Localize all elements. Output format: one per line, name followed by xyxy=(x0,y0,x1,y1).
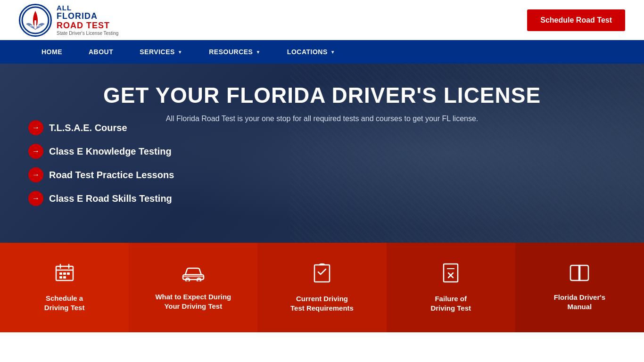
list-icon-3 xyxy=(28,167,43,182)
list-item: Class E Road Skills Testing xyxy=(28,191,174,206)
nav-item-locations[interactable]: LOCATIONS ▼ xyxy=(274,40,348,64)
hero-section: GET YOUR FLORIDA DRIVER'S LICENSE All Fl… xyxy=(0,64,644,243)
list-icon-2 xyxy=(28,144,43,159)
calendar-icon xyxy=(55,263,74,287)
svg-rect-9 xyxy=(67,272,70,275)
card-failure[interactable]: Failure ofDriving Test xyxy=(387,243,515,332)
schedule-road-test-button[interactable]: Schedule Road Test xyxy=(527,9,625,31)
services-dropdown-arrow: ▼ xyxy=(178,49,182,55)
list-item: Class E Knowledge Testing xyxy=(28,144,174,159)
logo-road-test: ROAD TEST xyxy=(57,21,118,31)
list-icon-4 xyxy=(28,191,43,206)
logo-text: ALL FLORIDA ROAD TEST State Driver's Lic… xyxy=(57,4,118,36)
checklist-icon xyxy=(313,263,331,288)
book-icon xyxy=(569,264,590,286)
svg-rect-8 xyxy=(63,272,66,275)
navbar: HOME ABOUT SERVICES ▼ RESOURCES ▼ LOCATI… xyxy=(0,40,644,64)
card-what-to-expect[interactable]: What to Expect DuringYour Driving Test xyxy=(129,243,257,332)
locations-dropdown-arrow: ▼ xyxy=(330,49,335,55)
logo-area: ALL FLORIDA ROAD TEST State Driver's Lic… xyxy=(19,4,118,37)
car-icon xyxy=(182,264,205,286)
logo-all: ALL xyxy=(57,4,118,12)
card-label-failure: Failure ofDriving Test xyxy=(430,294,471,313)
nav-item-home[interactable]: HOME xyxy=(28,40,75,64)
svg-rect-17 xyxy=(444,264,458,282)
svg-rect-10 xyxy=(59,276,62,279)
svg-rect-7 xyxy=(59,272,62,275)
card-label-manual: Florida Driver'sManual xyxy=(554,293,605,311)
hero-title: GET YOUR FLORIDA DRIVER'S LICENSE xyxy=(0,82,644,108)
svg-rect-1 xyxy=(34,20,36,29)
header: ALL FLORIDA ROAD TEST State Driver's Lic… xyxy=(0,0,644,40)
failure-doc-icon xyxy=(442,263,459,288)
list-item: Road Test Practice Lessons xyxy=(28,167,174,182)
logo-florida: FLORIDA xyxy=(57,12,118,21)
bottom-cards: Schedule aDriving Test What to Expect Du… xyxy=(0,243,644,332)
card-current-requirements[interactable]: Current DrivingTest Requirements xyxy=(257,243,386,332)
nav-item-about[interactable]: ABOUT xyxy=(75,40,126,64)
card-label-requirements: Current DrivingTest Requirements xyxy=(290,294,354,313)
card-schedule-driving-test[interactable]: Schedule aDriving Test xyxy=(0,243,129,332)
logo-subtitle: State Driver's License Testing xyxy=(57,31,118,36)
list-item: T.L.S.A.E. Course xyxy=(28,120,174,135)
nav-item-resources[interactable]: RESOURCES ▼ xyxy=(196,40,274,64)
logo-icon xyxy=(21,6,50,34)
card-manual[interactable]: Florida Driver'sManual xyxy=(515,243,644,332)
svg-rect-11 xyxy=(63,276,66,279)
hero-list: T.L.S.A.E. Course Class E Knowledge Test… xyxy=(28,120,174,214)
card-label-expect: What to Expect DuringYour Driving Test xyxy=(155,292,231,311)
nav-item-services[interactable]: SERVICES ▼ xyxy=(126,40,196,64)
card-label-schedule: Schedule aDriving Test xyxy=(44,294,85,312)
resources-dropdown-arrow: ▼ xyxy=(256,49,260,55)
logo-circle xyxy=(19,4,52,37)
list-icon-1 xyxy=(28,120,43,135)
